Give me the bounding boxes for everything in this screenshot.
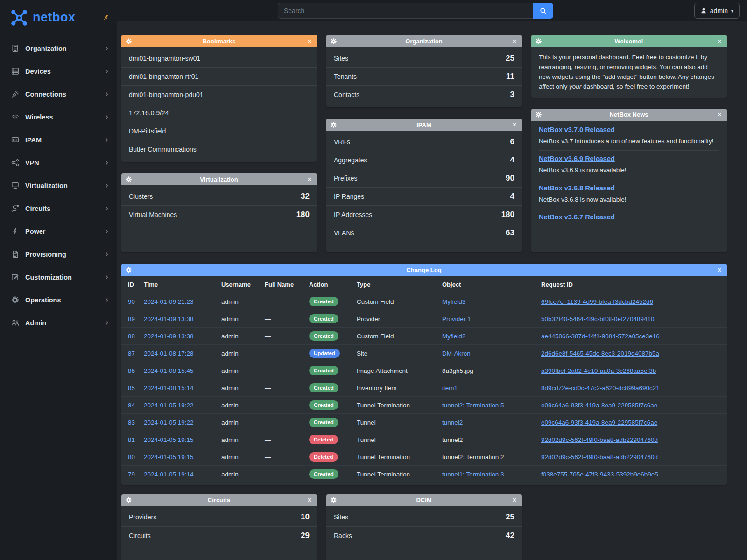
dashboard: Bookmarks × dmi01-binghamton-sw01 dmi01-… [117,0,747,560]
changelog-request-link[interactable]: ae445066-387d-44f1-9084-572a05ce3e16 [541,333,660,340]
changelog-id-link[interactable]: 86 [128,367,135,374]
changelog-object-link[interactable]: tunnel2: Termination 5 [442,402,504,409]
changelog-id-link[interactable]: 87 [128,350,135,357]
bookmark-item[interactable]: Butler Communications [121,140,317,158]
changelog-request-link[interactable]: f038e755-705e-47f3-9433-5392b9e6b9e5 [541,471,658,478]
changelog-id-link[interactable]: 81 [128,436,135,443]
changelog-time-link[interactable]: 2024-01-05 19:22 [144,402,194,409]
changelog-object-text[interactable]: tunnel2: Termination 2 [442,454,504,461]
widget-close-icon[interactable]: × [511,496,518,504]
widget-config-icon[interactable] [536,38,542,44]
widget-config-icon[interactable] [126,176,132,182]
widget-close-icon[interactable]: × [306,37,313,45]
widget-config-icon[interactable] [126,497,132,503]
widget-close-icon[interactable]: × [716,111,723,119]
changelog-id-link[interactable]: 79 [128,471,135,478]
changelog-request-link[interactable]: 2d6d6e8f-5465-45dc-8ec3-2019d4087b5a [541,350,659,357]
widget-config-icon[interactable] [126,267,132,273]
changelog-time-link[interactable]: 2024-01-05 19:14 [144,471,194,478]
changelog-request-link[interactable]: 92d02d9c-562f-49f0-baa8-adb22904760d [541,436,658,443]
changelog-id-link[interactable]: 85 [128,385,135,392]
widget-config-icon[interactable] [331,497,337,503]
users-icon [10,319,20,327]
operations-gear-icon [10,296,20,304]
news-link[interactable]: NetBox v3.6.9 Released [539,155,615,162]
news-link[interactable]: NetBox v3.6.8 Released [539,184,615,192]
sidebar-item-ipam[interactable]: IPAM › [0,128,117,151]
sidebar-item-provisioning[interactable]: Provisioning › [0,243,117,266]
changelog-id-link[interactable]: 90 [128,298,135,305]
search-input[interactable] [278,3,533,19]
sidebar-item-operations[interactable]: Operations › [0,288,117,311]
changelog-time-link[interactable]: 2024-01-09 13:38 [144,333,194,340]
changelog-time-link[interactable]: 2024-01-05 19:15 [144,454,194,461]
news-link[interactable]: NetBox v3.6.7 Released [539,213,615,221]
changelog-object-link[interactable]: Myfield3 [442,298,465,305]
changelog-request-link[interactable]: 69fce7cf-1139-4d99-bfea-f3dcbd2452d6 [541,298,653,305]
changelog-object-text[interactable]: tunnel2 [442,436,463,443]
changelog-request-link[interactable]: 8d9cd72e-cd0c-47c2-a620-dc899a690c21 [541,385,660,392]
bookmark-item[interactable]: dmi01-binghamton-rtr01 [121,67,317,85]
widget-close-icon[interactable]: × [511,121,518,129]
changelog-id-link[interactable]: 89 [128,315,135,322]
user-menu-button[interactable]: admin ▾ [694,3,740,19]
sidebar-item-connections[interactable]: Connections › [0,83,117,105]
changelog-request-link[interactable]: e09c64a6-93f3-419a-8ea9-229585f7c6ae [541,402,657,409]
changelog-time-link[interactable]: 2024-01-05 19:15 [144,436,194,443]
widget-config-icon[interactable] [126,38,132,44]
news-link[interactable]: NetBox v3.7.0 Released [539,126,615,133]
changelog-type: Tunnel [357,419,376,426]
stat-value: 25 [506,54,514,63]
bookmark-item[interactable]: dmi01-binghamton-pdu01 [121,85,317,104]
widget-config-icon[interactable] [331,38,337,44]
sidebar-item-organization[interactable]: Organization › [0,37,117,60]
changelog-request-link[interactable]: a390fbef-2a82-4e10-aa0a-3c268aa5ef3b [541,367,656,374]
changelog-id-link[interactable]: 83 [128,419,135,426]
changelog-request-link[interactable]: 92d02d9c-562f-49f0-baa8-adb22904760d [541,454,658,461]
changelog-time-link[interactable]: 2024-01-08 15:45 [144,367,194,374]
changelog-object-link[interactable]: tunnel1: Termination 3 [442,471,504,478]
pin-sidebar-icon[interactable] [102,14,109,21]
search-button[interactable] [533,3,553,19]
widget-close-icon[interactable]: × [716,37,723,45]
sidebar-item-circuits[interactable]: Circuits › [0,197,117,220]
bookmark-item[interactable]: DM-Pittsfield [121,122,317,140]
changelog-id-link[interactable]: 88 [128,333,135,340]
sidebar-item-devices[interactable]: Devices › [0,60,117,83]
changelog-time-link[interactable]: 2024-01-08 17:28 [144,350,194,357]
widget-close-icon[interactable]: × [511,37,518,45]
widget-config-icon[interactable] [331,122,337,128]
sidebar-item-vpn[interactable]: VPN › [0,151,117,174]
vpn-icon [10,159,20,167]
widget-close-icon[interactable]: × [716,266,723,274]
sidebar-item-customization[interactable]: Customization › [0,266,117,288]
changelog-time-link[interactable]: 2024-01-09 21:23 [144,298,194,305]
stat-value: 10 [301,512,310,522]
sidebar-item-wireless[interactable]: Wireless › [0,105,117,128]
sidebar-item-admin[interactable]: Admin › [0,311,117,334]
changelog-object-text[interactable]: 8a3gh5.jpg [442,367,473,374]
changelog-object-link[interactable]: Provider 1 [442,315,471,322]
changelog-request-link[interactable]: 50b32f40-5464-4f9c-b83f-0ef270489410 [541,315,654,322]
brand[interactable]: netbox [0,0,117,35]
column-header: Time [140,276,218,293]
changelog-object-link[interactable]: tunnel2 [442,419,463,426]
changelog-id-link[interactable]: 80 [128,454,135,461]
bookmark-item[interactable]: dmi01-binghamton-sw01 [121,49,317,67]
widget-close-icon[interactable]: × [306,496,313,504]
changelog-id-link[interactable]: 84 [128,402,135,409]
changelog-time-link[interactable]: 2024-01-05 19:22 [144,419,194,426]
changelog-object-link[interactable]: Myfield2 [442,333,465,340]
changelog-object-link[interactable]: item1 [442,385,458,392]
changelog-username: admin [221,333,239,340]
changelog-request-link[interactable]: e09c64a6-93f3-419a-8ea9-229585f7c6ae [541,419,657,426]
changelog-time-link[interactable]: 2024-01-08 15:14 [144,385,194,392]
sidebar-item-power[interactable]: Power › [0,220,117,243]
sidebar-item-virtualization[interactable]: Virtualization › [0,174,117,197]
bookmark-item[interactable]: 172.16.0.9/24 [121,104,317,122]
widget-config-icon[interactable] [536,112,542,118]
changelog-object-link[interactable]: DM-Akron [442,350,471,357]
changelog-time-link[interactable]: 2024-01-09 13:38 [144,315,194,322]
changelog-username: admin [221,402,239,409]
widget-close-icon[interactable]: × [306,175,313,183]
